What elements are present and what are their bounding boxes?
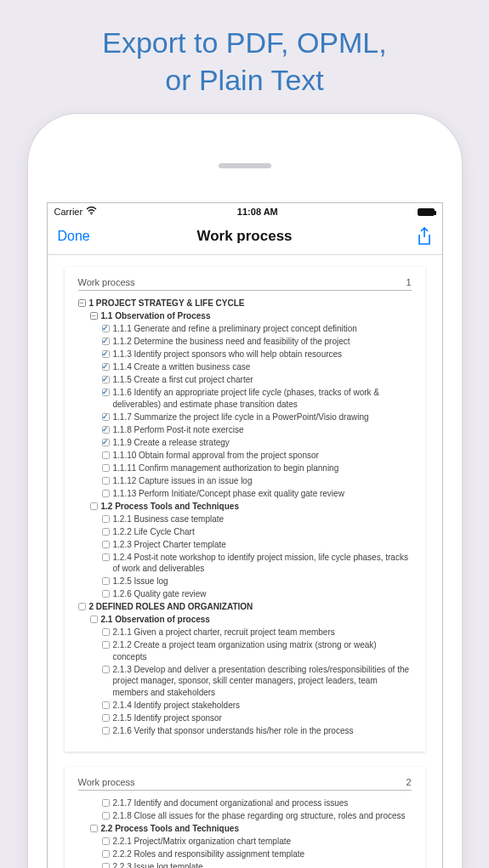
outline-row: 1.1.7 Summarize the project life cycle i…	[78, 411, 412, 423]
done-button[interactable]: Done	[58, 229, 90, 244]
outline-row: 2.1 Observation of process	[78, 614, 412, 626]
outline-row: 1.1.10 Obtain formal approval from the p…	[78, 450, 412, 462]
outline-text: 1.2.5 Issue log	[113, 576, 168, 587]
wifi-icon	[86, 206, 97, 218]
checkbox-empty-icon	[102, 863, 110, 868]
outline-row: 1.1.9 Create a release strategy	[78, 437, 412, 449]
battery-icon	[418, 208, 435, 216]
outline-text: 1.1.10 Obtain formal approval from the p…	[113, 450, 319, 462]
outline-row: 1.1.5 Create a first cut project charter	[78, 374, 412, 386]
checkbox-empty-icon	[102, 799, 110, 807]
outline-text: 1.1.11 Confirm management authorization …	[113, 462, 339, 474]
checkbox-checked-icon	[102, 350, 110, 358]
page-number: 2	[406, 777, 411, 787]
outline-text: 1.1.1 Generate and refine a preliminary …	[113, 323, 357, 335]
outline-text: 1.2.6 Quality gate review	[113, 588, 207, 600]
svg-point-0	[91, 214, 93, 216]
outline-row: 2.1.5 Identify project sponsor	[78, 712, 412, 724]
outline-text: 1.1.12 Capture issues in an issue log	[113, 475, 253, 487]
collapse-icon	[78, 299, 86, 307]
outline-row: 1.2.6 Quality gate review	[78, 588, 412, 600]
checkbox-checked-icon	[102, 338, 110, 345]
checkbox-checked-icon	[102, 325, 110, 332]
checkbox-empty-icon	[102, 628, 110, 636]
outline-text: 1.2.2 Life Cycle Chart	[113, 526, 195, 538]
checkbox-empty-icon	[102, 837, 110, 845]
outline-row: 2.1.2 Create a project team organization…	[78, 639, 412, 662]
checkbox-empty-icon	[102, 477, 110, 485]
checkbox-checked-icon	[102, 363, 110, 371]
document-preview[interactable]: Work process 1 1 PROJECT STRATEGY & LIFE…	[48, 255, 442, 868]
outline-row: 2.1.4 Identify project stakeholders	[78, 700, 412, 712]
page-header-title: Work process	[78, 277, 135, 287]
outline-row: 2.2.3 Issue log template	[78, 861, 412, 868]
outline-row: 1.1.6 Identify an appropriate project li…	[78, 387, 412, 410]
outline-text: 2.1.8 Close all issues for the phase reg…	[113, 810, 406, 822]
checkbox-checked-icon	[102, 376, 110, 383]
checkbox-empty-icon	[102, 553, 110, 561]
checkbox-empty-icon	[90, 502, 98, 510]
status-bar: Carrier 11:08 AM	[48, 203, 442, 220]
outline-text: 1.1.13 Perform Initiate/Concept phase ex…	[113, 488, 344, 500]
page-title: Work process	[196, 228, 292, 245]
outline-row: 2.1.3 Develop and deliver a presentation…	[78, 664, 412, 699]
checkbox-empty-icon	[102, 490, 110, 497]
outline-text: 1.1.9 Create a release strategy	[113, 437, 230, 449]
checkbox-empty-icon	[102, 528, 110, 536]
checkbox-empty-icon	[102, 464, 110, 472]
checkbox-checked-icon	[102, 389, 110, 396]
clock: 11:08 AM	[237, 207, 278, 217]
checkbox-empty-icon	[90, 616, 98, 623]
outline-text: 2.1.1 Given a project charter, recruit p…	[113, 627, 335, 638]
promo-line1: Export to PDF, OPML,	[102, 26, 386, 59]
outline-row: 1.2 Process Tools and Techniques	[78, 501, 412, 513]
checkbox-empty-icon	[102, 577, 110, 585]
outline-row: 2.2 Process Tools and Techniques	[78, 823, 412, 835]
outline-text: 1.1.2 Determine the business need and fe…	[113, 336, 350, 348]
checkbox-empty-icon	[102, 812, 110, 820]
outline-row: 1.2.1 Business case template	[78, 513, 412, 525]
outline-text: 2.1.7 Identify and document organization…	[113, 797, 349, 809]
outline-row: 1.1 Observation of Process	[78, 310, 412, 322]
outline-row: 2.1.8 Close all issues for the phase reg…	[78, 810, 412, 822]
checkbox-empty-icon	[102, 641, 110, 649]
outline-row: 2.1.6 Verify that sponsor understands hi…	[78, 725, 412, 737]
outline-text: 2.2.2 Roles and responsibility assignmen…	[113, 848, 305, 860]
outline-text: 2.1.4 Identify project stakeholders	[113, 700, 241, 712]
outline-row: 1.1.13 Perform Initiate/Concept phase ex…	[78, 488, 412, 500]
outline-text: 1.2.4 Post-it note workshop to identify …	[113, 552, 412, 575]
outline-text: 2.1.6 Verify that sponsor understands hi…	[113, 725, 354, 737]
outline-row: 1.1.12 Capture issues in an issue log	[78, 475, 412, 487]
phone-frame: Carrier 11:08 AM Done Work process Work …	[28, 114, 462, 868]
share-button[interactable]	[417, 227, 432, 246]
checkbox-empty-icon	[102, 701, 110, 709]
nav-bar: Done Work process	[48, 220, 442, 255]
outline-text: 1.1 Observation of Process	[101, 310, 211, 322]
checkbox-empty-icon	[102, 666, 110, 673]
carrier-label: Carrier	[54, 207, 83, 217]
checkbox-empty-icon	[102, 850, 110, 858]
outline-text: 1.1.3 Identify project sponsors who will…	[113, 349, 343, 360]
outline-row: 1.2.4 Post-it note workshop to identify …	[78, 552, 412, 575]
outline-text: 1.2.3 Project Charter template	[113, 539, 226, 551]
outline-row: 1.2.3 Project Charter template	[78, 539, 412, 551]
outline-text: 2.1.2 Create a project team organization…	[113, 639, 412, 662]
checkbox-empty-icon	[102, 590, 110, 598]
outline-row: 1.1.3 Identify project sponsors who will…	[78, 349, 412, 360]
outline-list-1: 1 PROJECT STRATEGY & LIFE CYCLE1.1 Obser…	[78, 298, 412, 736]
checkbox-empty-icon	[90, 825, 98, 832]
outline-row: 1 PROJECT STRATEGY & LIFE CYCLE	[78, 298, 412, 309]
checkbox-checked-icon	[102, 439, 110, 446]
pdf-page-2: Work process 2 2.1.7 Identify and docume…	[65, 767, 425, 868]
checkbox-checked-icon	[102, 413, 110, 421]
pdf-page-1: Work process 1 1 PROJECT STRATEGY & LIFE…	[65, 267, 425, 752]
outline-row: 2.2.1 Project/Matrix organization chart …	[78, 836, 412, 848]
outline-text: 1.2.1 Business case template	[113, 513, 225, 525]
outline-row: 1.1.4 Create a written business case	[78, 361, 412, 373]
outline-text: 1.2 Process Tools and Techniques	[101, 501, 239, 513]
outline-text: 1.1.7 Summarize the project life cycle i…	[113, 411, 369, 423]
outline-row: 2 DEFINED ROLES AND ORGANIZATION	[78, 601, 412, 613]
outline-text: 1.1.8 Perform Post-it note exercise	[113, 424, 244, 436]
checkbox-empty-icon	[102, 714, 110, 722]
checkbox-empty-icon	[78, 603, 86, 610]
